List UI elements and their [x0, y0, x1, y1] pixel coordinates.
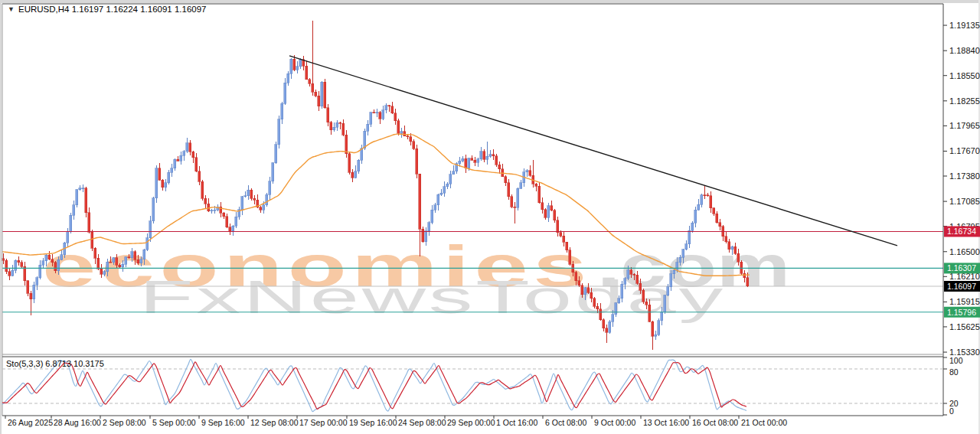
candle-body [180, 155, 182, 161]
candle-body [158, 168, 161, 181]
candle-body [281, 103, 283, 119]
candle-body [321, 82, 323, 106]
candle-body [596, 306, 599, 308]
candle-body [296, 67, 299, 70]
candle-body [284, 83, 286, 103]
candle-body [152, 198, 155, 221]
candle-body [165, 183, 167, 188]
candle-body [400, 132, 403, 134]
candle-body [535, 184, 537, 186]
price-axis-label: 1.17670 [949, 146, 980, 155]
candle-body [57, 259, 60, 271]
candle-body [697, 204, 700, 210]
chart-header: ▼ EURUSD,H4 1.16197 1.16224 1.16091 1.16… [8, 5, 207, 14]
candle-body [563, 236, 565, 242]
date-label: 9 Sep 16:00 [201, 418, 245, 427]
candle-body [578, 281, 580, 286]
candle-body [232, 226, 234, 230]
candle-body [67, 232, 69, 243]
candle-body [290, 59, 292, 73]
candle-body [446, 184, 449, 187]
candle-body [437, 194, 439, 205]
price-axis-label: 1.17965 [949, 121, 980, 130]
candle-body [137, 259, 139, 263]
candle-body [42, 261, 44, 266]
date-label: 29 Sep 00:00 [447, 418, 495, 427]
candle-body [416, 148, 418, 174]
window-left-edge [0, 0, 2, 434]
candle-body [538, 186, 541, 202]
candle-body [477, 159, 479, 162]
candle-body [36, 278, 38, 286]
candle-body [5, 260, 8, 271]
candle-body [125, 257, 127, 265]
chart-symbol-ohlc: EURUSD,H4 1.16197 1.16224 1.16091 1.1609… [18, 5, 207, 14]
candle-body [263, 205, 265, 210]
candle-body [226, 217, 228, 227]
candle-body [315, 92, 317, 96]
candle-body [606, 328, 608, 332]
candle-body [544, 210, 547, 217]
collapse-indicator-icon[interactable]: ▼ [8, 5, 15, 13]
candle-body [70, 215, 72, 232]
candle-body [11, 270, 14, 276]
price-axis-label: 1.19135 [949, 21, 980, 30]
stoch-axis-label: 0 [949, 406, 954, 416]
candle-body [241, 197, 243, 210]
candle-body [324, 82, 326, 108]
candle-body [642, 290, 645, 302]
candle-body [177, 159, 179, 161]
candle-body [373, 113, 375, 113]
candle-body [269, 181, 271, 195]
candle-body [443, 187, 446, 193]
candle-body [434, 205, 436, 210]
candle-body [85, 188, 87, 213]
candle-body [645, 302, 648, 305]
candle-body [407, 136, 409, 137]
price-axis-label: 1.16500 [949, 247, 980, 256]
candle-body [134, 252, 136, 260]
candle-body [183, 152, 185, 155]
candle-body [728, 242, 730, 250]
date-label: 12 Sep 08:00 [250, 418, 299, 427]
date-label: 19 Sep 16:00 [349, 418, 397, 427]
candle-body [425, 231, 427, 242]
date-label: 9 Oct 00:00 [594, 418, 635, 427]
candle-body [358, 160, 360, 171]
date-label: 17 Sep 00:00 [299, 418, 348, 427]
candle-body [367, 124, 369, 131]
candle-body [235, 217, 237, 226]
candle-body [244, 196, 247, 197]
candle-body [103, 272, 106, 275]
candle-body [370, 113, 372, 124]
candle-body [529, 171, 531, 176]
candle-body [630, 270, 632, 275]
candle-body [73, 205, 75, 216]
candle-body [560, 233, 562, 236]
price-axis-label: 1.17380 [949, 171, 980, 181]
candle-body [624, 279, 626, 284]
candle-body [557, 220, 559, 233]
price-axis-label: 1.15625 [949, 322, 980, 331]
candle-body [119, 265, 121, 266]
candle-body [97, 258, 100, 269]
candle-body [351, 172, 354, 178]
candle-body [734, 246, 737, 253]
candle-body [278, 119, 280, 145]
price-chart[interactable]: economies .com FxNewsToday 1.191351.1884… [0, 0, 980, 434]
price-axis-label: 1.18550 [949, 71, 980, 80]
date-label: 28 Aug 16:00 [54, 418, 101, 427]
price-axis-label: 1.15915 [949, 297, 980, 306]
candle-body [272, 163, 274, 181]
candle-body [431, 210, 433, 223]
candle-body [652, 321, 654, 336]
candle-body [419, 174, 421, 229]
candle-body [410, 137, 412, 142]
candle-body [143, 250, 145, 259]
candle-body [413, 142, 415, 149]
candle-body [449, 175, 452, 184]
stoch-axis-label: 80 [949, 367, 959, 377]
watermark: economies .com FxNewsToday [42, 233, 790, 323]
candle-body [54, 263, 57, 271]
candle-body [201, 181, 204, 198]
